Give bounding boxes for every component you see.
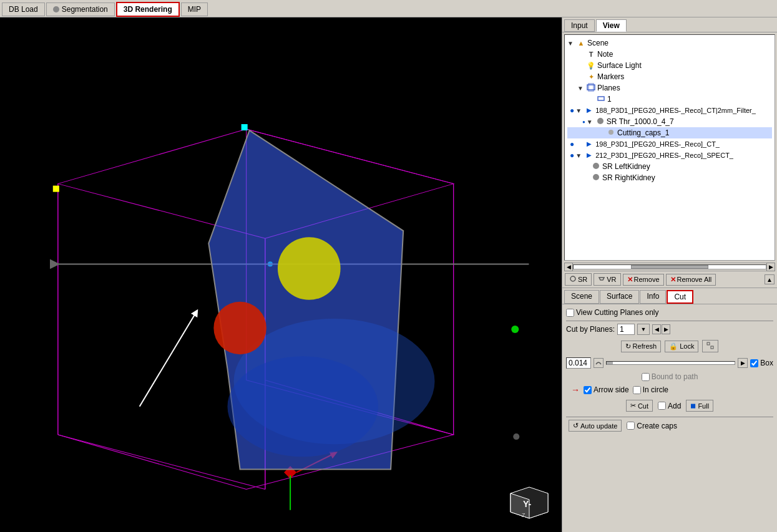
cut-btn[interactable]: ✂ Cut — [626, 400, 653, 412]
refresh-icon: ↻ — [625, 342, 631, 351]
slider-cup-icon — [594, 358, 604, 368]
svg-line-14 — [296, 453, 334, 472]
full-btn[interactable]: ◼ Full — [686, 400, 713, 412]
tree-icon-188: ▶ — [584, 105, 594, 115]
separator-2 — [566, 417, 773, 417]
svg-text:Y-: Y- — [523, 499, 532, 509]
nav-prev-btn[interactable]: ◀ — [652, 324, 661, 334]
tree-item-planes[interactable]: ▼ Planes — [567, 82, 772, 94]
panel-collapse-btn[interactable]: ▲ — [765, 274, 775, 284]
svg-rect-37 — [711, 346, 713, 349]
refresh-row: ↻ Refresh 🔒 Lock — [566, 340, 773, 352]
segmentation-icon — [53, 6, 59, 12]
h-scrollbar-thumb[interactable] — [631, 265, 708, 269]
svg-marker-13 — [284, 466, 296, 478]
tree-item-212[interactable]: ● ▼ ▶ 212_P3D1_[PEG20_HRES-_Reco]_SPECT_ — [567, 150, 772, 161]
fit-btn[interactable] — [702, 340, 718, 352]
tree-expand-scene[interactable]: ▼ — [567, 40, 576, 47]
viewport-3d[interactable]: Y- Z — [0, 17, 562, 532]
svg-line-16 — [140, 312, 197, 407]
plane-offset-input[interactable] — [566, 357, 591, 369]
box-checkbox[interactable] — [750, 359, 758, 367]
tab-3d-rendering[interactable]: 3D Rendering — [116, 2, 180, 17]
tab-surface[interactable]: Surface — [600, 290, 639, 304]
tree-item-rightkidney[interactable]: SR RightKidney — [567, 172, 772, 183]
tab-mip[interactable]: MIP — [181, 2, 208, 16]
scene-tree[interactable]: ▼ ▲ Scene T Note 💡 Surface Light — [564, 34, 775, 261]
tree-icon-leftkidney — [591, 162, 601, 172]
tree-item-note[interactable]: T Note — [567, 49, 772, 60]
tab-db-load[interactable]: DB Load — [2, 2, 45, 16]
tree-expand-212[interactable]: ▼ — [575, 152, 584, 159]
tree-item-188[interactable]: ● ▼ ▶ 188_P3D1_[PEG20_HRES-_Reco]_CT|2mm… — [567, 105, 772, 116]
tab-scene[interactable]: Scene — [564, 290, 599, 304]
svg-point-10 — [513, 433, 519, 440]
remove-all-button[interactable]: ✕ Remove All — [666, 274, 716, 286]
tree-icon-sr-thr — [595, 117, 605, 127]
add-checkbox[interactable] — [658, 402, 666, 410]
tab-cut[interactable]: Cut — [667, 290, 693, 304]
tree-item-scene[interactable]: ▼ ▲ Scene — [567, 37, 772, 49]
nav-arrows: ◀ ▶ — [652, 324, 670, 334]
slider-arrow-btn[interactable]: ▶ — [738, 358, 748, 368]
view-cutting-planes-checkbox[interactable] — [566, 309, 574, 317]
remove-all-icon: ✕ — [670, 276, 676, 284]
in-circle-checkbox[interactable] — [633, 386, 641, 394]
svg-point-34 — [593, 174, 599, 180]
view-cutting-row: View Cutting Planes only — [566, 308, 773, 317]
sr-button[interactable]: SR — [565, 273, 592, 286]
tree-expand-planes[interactable]: ▼ — [577, 85, 586, 92]
scroll-left-btn[interactable]: ◀ — [564, 263, 573, 271]
action-bar: SR VR ✕ Remove ✕ Remove All ▲ — [562, 271, 777, 288]
auto-update-btn[interactable]: ↺ Auto update — [569, 420, 622, 432]
arrow-side-row: → Arrow side In circle — [566, 385, 773, 395]
scroll-right-btn[interactable]: ▶ — [766, 263, 775, 271]
tree-item-cutting-caps[interactable]: Cutting_caps_1 — [567, 127, 772, 138]
tab-segmentation[interactable]: Segmentation — [46, 2, 115, 16]
plane-slider[interactable] — [606, 361, 735, 365]
bound-to-path-checkbox[interactable] — [642, 373, 650, 381]
nav-next-btn[interactable]: ▶ — [662, 324, 670, 334]
view-cutting-planes-label[interactable]: View Cutting Planes only — [566, 308, 659, 317]
tree-expand-188[interactable]: ▼ — [575, 107, 584, 114]
svg-rect-8 — [242, 124, 248, 130]
remove-button[interactable]: ✕ Remove — [623, 274, 664, 286]
arrow-side-checkbox[interactable] — [584, 386, 592, 394]
tree-blue-dot-188: ● — [570, 106, 574, 115]
tab-bar: DB Load Segmentation 3D Rendering MIP — [0, 0, 777, 17]
tree-blue-dot-198: ● — [570, 140, 574, 148]
svg-point-12 — [268, 261, 273, 266]
separator-1 — [566, 321, 773, 321]
tree-item-leftkidney[interactable]: SR LeftKidney — [567, 161, 772, 172]
tab-view[interactable]: View — [596, 19, 627, 32]
svg-point-19 — [227, 356, 378, 457]
tree-icon-198: ▶ — [584, 139, 594, 149]
cut-by-planes-input[interactable] — [617, 324, 635, 335]
tree-expand-sr-thr[interactable]: ▼ — [587, 118, 595, 125]
svg-text:Z: Z — [522, 512, 525, 518]
cut-planes-dropdown-btn[interactable]: ▼ — [637, 324, 650, 335]
lock-btn[interactable]: 🔒 Lock — [665, 341, 698, 352]
bound-to-path-row: Bound to path — [566, 372, 773, 381]
tree-item-sr-thr[interactable]: ● ▼ SR Thr_1000.0_4_7 — [567, 116, 772, 127]
panel-top-tabs: Input View — [562, 17, 777, 32]
svg-marker-17 — [208, 130, 403, 469]
tree-icon-planes-1 — [596, 94, 606, 104]
tab-info[interactable]: Info — [640, 290, 666, 304]
vr-button[interactable]: VR — [594, 273, 620, 286]
full-icon: ◼ — [690, 402, 696, 410]
tree-item-198[interactable]: ● ▶ 198_P3D1_[PEG20_HRES-_Reco]_CT_ — [567, 138, 772, 150]
tree-scrollbar[interactable]: ◀ ▶ — [564, 263, 775, 271]
tab-input[interactable]: Input — [564, 19, 595, 32]
tree-item-surface-light[interactable]: 💡 Surface Light — [567, 60, 772, 71]
slider-fill — [607, 362, 613, 364]
create-caps-checkbox[interactable] — [627, 422, 635, 430]
fit-icon — [706, 342, 714, 351]
tree-item-markers[interactable]: ✦ Markers — [567, 71, 772, 82]
tree-item-planes-1[interactable]: 1 — [567, 94, 772, 105]
cut-mode-row: ✂ Cut Add ◼ Full — [566, 400, 773, 412]
refresh-btn[interactable]: ↻ Refresh — [621, 341, 662, 352]
svg-point-31 — [597, 118, 604, 124]
svg-rect-36 — [707, 342, 710, 345]
h-scrollbar-track[interactable] — [573, 264, 766, 269]
